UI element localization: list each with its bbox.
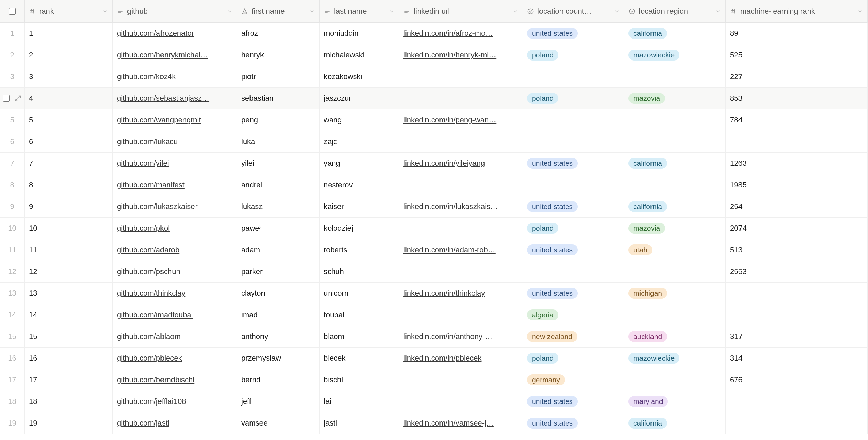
row-number-gutter[interactable]: 13 [0, 283, 25, 304]
chevron-down-icon[interactable] [226, 8, 233, 14]
cell-first-name[interactable]: jeff [237, 391, 320, 412]
cell-linkedin[interactable] [399, 261, 523, 283]
cell-location-region[interactable]: mazowieckie [624, 348, 726, 369]
cell-rank[interactable]: 8 [25, 174, 113, 196]
country-pill[interactable]: poland [527, 223, 558, 234]
cell-location-region[interactable] [624, 131, 726, 153]
cell-location-country[interactable]: united states [523, 412, 624, 434]
cell-ml-rank[interactable]: 317 [726, 326, 868, 348]
cell-first-name[interactable]: parker [237, 261, 320, 283]
cell-location-country[interactable] [523, 131, 624, 153]
row-number-gutter[interactable]: 11 [0, 239, 25, 261]
cell-location-region[interactable]: california [624, 412, 726, 434]
cell-location-region[interactable]: mazovia [624, 218, 726, 239]
country-pill[interactable]: united states [527, 288, 578, 299]
github-link[interactable]: github.com/sebastianjasz… [117, 94, 233, 103]
cell-location-country[interactable]: poland [523, 218, 624, 239]
cell-github[interactable]: github.com/koz4k [113, 66, 237, 88]
cell-last-name[interactable]: wang [320, 109, 399, 131]
cell-linkedin[interactable]: linkedin.com/in/anthony-… [399, 326, 523, 348]
cell-ml-rank[interactable]: 254 [726, 196, 868, 218]
cell-ml-rank[interactable]: 2074 [726, 218, 868, 239]
cell-location-region[interactable]: mazovia [624, 88, 726, 109]
cell-linkedin[interactable]: linkedin.com/in/vamsee-j… [399, 412, 523, 434]
github-link[interactable]: github.com/thinkclay [117, 289, 233, 298]
cell-linkedin[interactable] [399, 369, 523, 391]
country-pill[interactable]: germany [527, 374, 565, 385]
linkedin-link[interactable]: linkedin.com/in/adam-rob… [403, 245, 519, 254]
country-pill[interactable]: united states [527, 244, 578, 255]
cell-first-name[interactable]: afroz [237, 23, 320, 44]
cell-ml-rank[interactable]: 676 [726, 369, 868, 391]
github-link[interactable]: github.com/jefflai108 [117, 397, 233, 406]
cell-linkedin[interactable]: linkedin.com/in/thinkclay [399, 283, 523, 304]
row-number-gutter[interactable]: 17 [0, 369, 25, 391]
cell-rank[interactable]: 12 [25, 261, 113, 283]
cell-first-name[interactable]: peng [237, 109, 320, 131]
cell-last-name[interactable]: kołodziej [320, 218, 399, 239]
github-link[interactable]: github.com/berndbischl [117, 375, 233, 384]
cell-ml-rank[interactable] [726, 283, 868, 304]
cell-last-name[interactable]: jasti [320, 412, 399, 434]
cell-last-name[interactable]: zajc [320, 131, 399, 153]
row-number-gutter[interactable]: 4 [0, 88, 25, 109]
cell-ml-rank[interactable]: 2553 [726, 261, 868, 283]
chevron-down-icon[interactable] [102, 8, 108, 14]
country-pill[interactable]: united states [527, 418, 578, 429]
cell-last-name[interactable]: lai [320, 391, 399, 412]
linkedin-link[interactable]: linkedin.com/in/thinkclay [403, 289, 519, 298]
cell-rank[interactable]: 16 [25, 348, 113, 369]
cell-linkedin[interactable] [399, 304, 523, 326]
cell-ml-rank[interactable]: 1985 [726, 174, 868, 196]
cell-location-country[interactable] [523, 109, 624, 131]
region-pill[interactable]: mazovia [628, 223, 665, 234]
cell-rank[interactable]: 1 [25, 23, 113, 44]
chevron-down-icon[interactable] [309, 8, 315, 14]
linkedin-link[interactable]: linkedin.com/in/afroz-mo… [403, 29, 519, 38]
row-number-gutter[interactable]: 16 [0, 348, 25, 369]
region-pill[interactable]: auckland [628, 331, 667, 342]
cell-rank[interactable]: 19 [25, 412, 113, 434]
cell-location-region[interactable] [624, 261, 726, 283]
cell-rank[interactable]: 18 [25, 391, 113, 412]
region-pill[interactable]: california [628, 201, 667, 212]
cell-last-name[interactable]: roberts [320, 239, 399, 261]
linkedin-link[interactable]: linkedin.com/in/peng-wan… [403, 116, 519, 124]
row-number-gutter[interactable]: 2 [0, 44, 25, 66]
github-link[interactable]: github.com/manifest [117, 180, 233, 189]
github-link[interactable]: github.com/jasti [117, 419, 233, 428]
github-link[interactable]: github.com/pbiecek [117, 354, 233, 363]
cell-linkedin[interactable] [399, 66, 523, 88]
cell-last-name[interactable]: michalewski [320, 44, 399, 66]
cell-location-region[interactable]: michigan [624, 283, 726, 304]
cell-first-name[interactable]: sebastian [237, 88, 320, 109]
cell-github[interactable]: github.com/ablaom [113, 326, 237, 348]
linkedin-link[interactable]: linkedin.com/in/anthony-… [403, 332, 519, 341]
cell-last-name[interactable]: kaiser [320, 196, 399, 218]
cell-github[interactable]: github.com/jefflai108 [113, 391, 237, 412]
cell-linkedin[interactable] [399, 174, 523, 196]
cell-location-country[interactable]: united states [523, 391, 624, 412]
column-header-first_name[interactable]: first name [237, 0, 320, 23]
cell-ml-rank[interactable] [726, 391, 868, 412]
country-pill[interactable]: united states [527, 396, 578, 407]
cell-ml-rank[interactable]: 227 [726, 66, 868, 88]
cell-first-name[interactable]: vamsee [237, 412, 320, 434]
cell-last-name[interactable]: schuh [320, 261, 399, 283]
cell-rank[interactable]: 3 [25, 66, 113, 88]
cell-location-country[interactable]: germany [523, 369, 624, 391]
github-link[interactable]: github.com/lukacu [117, 137, 233, 146]
cell-rank[interactable]: 9 [25, 196, 113, 218]
linkedin-link[interactable]: linkedin.com/in/yileiyang [403, 159, 519, 168]
cell-location-country[interactable]: poland [523, 88, 624, 109]
cell-location-country[interactable]: united states [523, 23, 624, 44]
country-pill[interactable]: poland [527, 50, 558, 60]
cell-last-name[interactable]: biecek [320, 348, 399, 369]
column-header-linkedin[interactable]: linkedin url [399, 0, 523, 23]
cell-github[interactable]: github.com/berndbischl [113, 369, 237, 391]
country-pill[interactable]: united states [527, 158, 578, 169]
chevron-down-icon[interactable] [857, 8, 863, 14]
cell-last-name[interactable]: nesterov [320, 174, 399, 196]
row-number-gutter[interactable]: 15 [0, 326, 25, 348]
cell-location-region[interactable]: utah [624, 239, 726, 261]
